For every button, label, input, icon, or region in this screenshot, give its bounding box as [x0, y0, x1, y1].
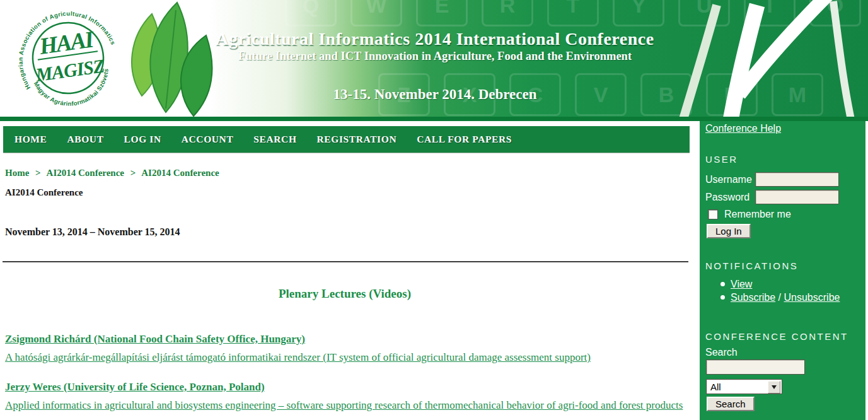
- lecture-title: Applied informatics in agricultural and …: [5, 397, 690, 414]
- subscribe-separator: /: [778, 292, 781, 303]
- breadcrumb-home-link[interactable]: Home: [5, 168, 29, 178]
- conference-content-heading: CONFERENCE CONTENT: [705, 331, 848, 342]
- nav-item-login[interactable]: LOG IN: [114, 134, 171, 145]
- login-button[interactable]: Log In: [707, 224, 751, 238]
- keyboard-key-ghost: Y: [613, 0, 664, 26]
- notifications-view-item: View: [720, 279, 752, 290]
- breadcrumb-separator: >: [130, 168, 136, 178]
- select-arrow-button[interactable]: [768, 381, 780, 394]
- conference-help-link[interactable]: Conference Help: [705, 123, 781, 134]
- breadcrumb-conference-link[interactable]: AI2014 Conference: [47, 168, 124, 178]
- notifications-heading: NOTIFICATIONS: [705, 260, 798, 271]
- keyboard-key-ghost: W: [350, 0, 402, 26]
- sidebar: Conference Help USER Username Password R…: [700, 121, 865, 420]
- breadcrumb: Home > AI2014 Conference > AI2014 Confer…: [5, 168, 219, 178]
- username-input[interactable]: [755, 172, 839, 187]
- notifications-subscribe-item: Subscribe / Unsubscribe: [720, 292, 840, 303]
- lecture-speaker: Jerzy Weres (University of Life Science,…: [5, 378, 690, 395]
- password-input[interactable]: [755, 190, 839, 204]
- breadcrumb-current-page-link[interactable]: AI2014 Conference: [141, 168, 219, 178]
- main-nav: HOME ABOUT LOG IN ACCOUNT SEARCH REGISTR…: [3, 126, 690, 153]
- keyboard-key-ghost: E: [416, 0, 468, 26]
- header-divider-strip: [0, 117, 868, 121]
- keyboard-key-ghost: R: [482, 0, 533, 26]
- password-label: Password: [705, 192, 749, 203]
- nav-item-registration[interactable]: REGISTRATION: [307, 134, 407, 145]
- conference-title: Agricultural Informatics 2014 Internatio…: [202, 29, 668, 49]
- user-section-heading: USER: [705, 154, 738, 165]
- subscribe-link[interactable]: Subscribe: [731, 292, 775, 303]
- nav-item-search[interactable]: SEARCH: [243, 134, 306, 145]
- sidebar-search-button[interactable]: Search: [707, 397, 755, 411]
- lecture-speaker: Zsigmond Richárd (National Food Chain Sa…: [5, 330, 690, 347]
- search-scope-selected-value: All: [710, 382, 721, 392]
- nav-item-call-for-papers[interactable]: CALL FOR PAPERS: [407, 134, 522, 145]
- chevron-down-icon: [772, 385, 777, 389]
- section-heading: Plenary Lectures (Videos): [0, 287, 690, 301]
- keyboard-key-ghost: Q: [285, 0, 337, 26]
- nav-item-account[interactable]: ACCOUNT: [171, 134, 244, 145]
- haai-magisz-logo: Hungarian Association of Agricultural In…: [14, 4, 122, 112]
- keyboard-key-ghost: T: [547, 0, 599, 26]
- sidebar-search-input[interactable]: [706, 359, 805, 375]
- bullet-icon: [720, 282, 725, 286]
- conference-date-location: 13-15. November 2014. Debrecen: [202, 86, 668, 103]
- search-scope-select[interactable]: All: [706, 379, 782, 394]
- view-link[interactable]: View: [731, 279, 752, 289]
- unsubscribe-link[interactable]: Unsubscribe: [784, 292, 840, 303]
- lecture-2-title-link[interactable]: Applied informatics in agricultural and …: [5, 399, 683, 411]
- leaves-graphic: [115, 0, 216, 117]
- nav-item-home[interactable]: HOME: [4, 134, 57, 145]
- brush-strokes-graphic: [678, 0, 868, 117]
- remember-me-label: Remember me: [724, 209, 791, 220]
- remember-me-checkbox[interactable]: [708, 209, 718, 219]
- nav-item-about[interactable]: ABOUT: [57, 134, 113, 145]
- bullet-icon: [720, 295, 725, 300]
- username-label: Username: [705, 174, 752, 185]
- page-title: AI2014 Conference: [5, 187, 83, 198]
- lecture-1-speaker-link[interactable]: Zsigmond Richárd (National Food Chain Sa…: [5, 333, 305, 345]
- lecture-title: A hatósági agrárkár-megállapítási eljárá…: [5, 349, 690, 366]
- lecture-2-speaker-link[interactable]: Jerzy Weres (University of Life Science,…: [5, 381, 265, 393]
- search-label: Search: [705, 347, 738, 358]
- lecture-1-title-link[interactable]: A hatósági agrárkár-megállapítási eljárá…: [5, 351, 591, 363]
- conference-subtitle: Future Internet and ICT Innovation in Ag…: [202, 50, 668, 63]
- header-banner: QWERTYUIOP ZXCVBNM Hungarian Association…: [0, 0, 868, 117]
- conference-date-range: November 13, 2014 – November 15, 2014: [5, 226, 180, 238]
- breadcrumb-separator: >: [35, 168, 41, 178]
- horizontal-rule: [3, 261, 688, 262]
